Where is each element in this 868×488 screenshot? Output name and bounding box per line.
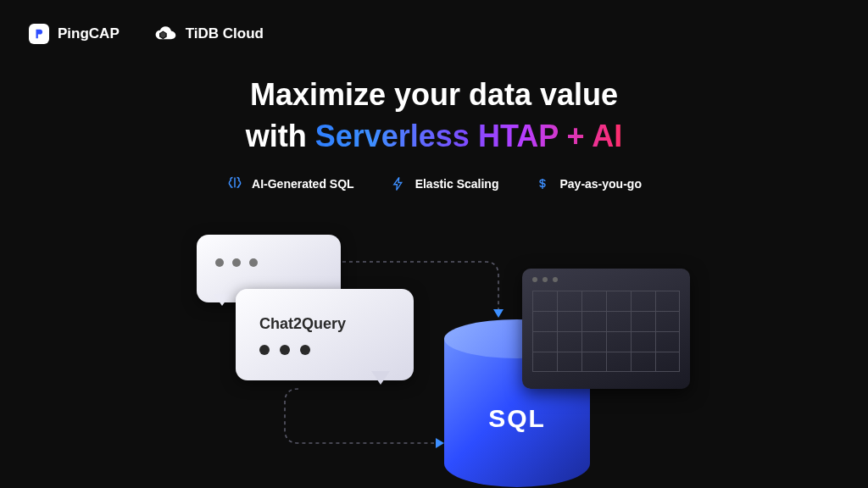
database-label: SQL [444, 404, 590, 433]
feature-ai-sql-label: AI-Generated SQL [252, 177, 354, 191]
chat-bubble-large: Chat2Query [236, 289, 414, 380]
feature-payg-label: Pay-as-you-go [559, 177, 641, 191]
pingcap-logo-icon [29, 24, 49, 44]
headline-gradient: Serverless HTAP + AI [315, 119, 623, 153]
brand-tidb: TiDB Cloud [153, 24, 264, 44]
headline: Maximize your data value with Serverless… [0, 75, 868, 157]
data-table-window [522, 269, 690, 389]
brand-pingcap-label: PingCAP [58, 25, 120, 42]
feature-payg: Pay-as-you-go [534, 175, 641, 192]
headline-line2-prefix: with [246, 119, 315, 153]
header: PingCAP TiDB Cloud [0, 0, 868, 68]
feature-elastic: Elastic Scaling [390, 175, 499, 192]
brain-icon [226, 175, 243, 192]
dollar-icon [534, 175, 551, 192]
arrow-right-icon [436, 438, 444, 448]
feature-ai-sql: AI-Generated SQL [226, 175, 354, 192]
feature-elastic-label: Elastic Scaling [415, 177, 499, 191]
tidb-cloud-icon [153, 24, 177, 44]
chat2query-label: Chat2Query [259, 315, 414, 333]
arrow-down-icon [493, 309, 504, 318]
diagram: Chat2Query SQL [197, 226, 671, 488]
headline-line1: Maximize your data value [250, 77, 618, 112]
features-row: AI-Generated SQL Elastic Scaling Pay-as-… [0, 175, 868, 192]
brand-tidb-label: TiDB Cloud [186, 25, 264, 42]
lightning-icon [390, 175, 407, 192]
brand-pingcap: PingCAP [29, 24, 120, 44]
